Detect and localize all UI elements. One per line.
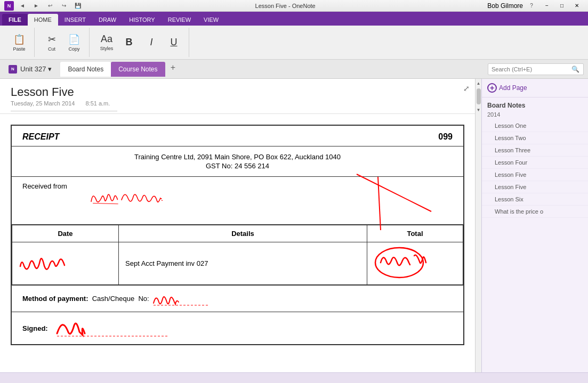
receipt-table: Date Details Total xyxy=(12,225,463,285)
search-box: 🔍 xyxy=(488,63,584,75)
receipt-footer: Method of payment: Cash/Cheque No: xyxy=(12,285,463,344)
paste-button[interactable]: 📋Paste xyxy=(9,32,30,53)
svg-point-2 xyxy=(375,248,423,278)
paste-icon: 📋 xyxy=(13,34,25,45)
back-button[interactable]: ◄ xyxy=(17,2,28,10)
cut-icon: ✂ xyxy=(48,34,56,45)
sidebar-item-lesson-one[interactable]: Lesson One xyxy=(482,120,588,132)
page-date-text: Tuesday, 25 March 2014 xyxy=(11,100,75,107)
tab-home[interactable]: HOME xyxy=(28,14,58,26)
col-details: Details xyxy=(119,225,367,242)
minimize-button[interactable]: − xyxy=(540,2,554,10)
handwriting-total xyxy=(367,242,453,280)
page-time-text: 8:51 a.m. xyxy=(85,100,110,107)
copy-button[interactable]: 📄Copy xyxy=(63,32,85,53)
undo-button[interactable]: ↩ xyxy=(45,2,55,10)
date-line xyxy=(11,111,117,111)
col-date: Date xyxy=(12,225,119,242)
receipt-header: RECEIPT 099 xyxy=(12,126,463,146)
no-label: No: xyxy=(138,295,149,303)
sidebar-item-lesson-four[interactable]: Lesson Four xyxy=(482,157,588,169)
payment-value: Cash/Cheque xyxy=(92,295,135,303)
tab-draw[interactable]: DRAW xyxy=(92,14,123,26)
maximize-button[interactable]: □ xyxy=(555,2,569,10)
scroll-thumb[interactable] xyxy=(477,88,481,104)
sidebar-item-lesson-two[interactable]: Lesson Two xyxy=(482,132,588,144)
notebook-selector[interactable]: N Unit 327 ▾ xyxy=(4,63,56,76)
copy-label: Copy xyxy=(68,46,79,52)
details-text: Sept Acct Payment inv 027 xyxy=(125,259,208,267)
title-bar-left: N ◄ ► ↩ ↪ 💾 xyxy=(4,1,83,11)
company-gst: GST No: 24 556 214 xyxy=(17,162,458,170)
bold-button[interactable]: B xyxy=(118,32,140,53)
handwriting-name xyxy=(81,177,284,219)
tab-file[interactable]: FILE xyxy=(2,14,28,26)
status-bar xyxy=(0,372,588,383)
section-tab-course-notes[interactable]: Course Notes xyxy=(111,62,165,77)
sidebar-item-lesson-five-1[interactable]: Lesson Five xyxy=(482,169,588,181)
notebook-header: N Unit 327 ▾ Board Notes Course Notes + … xyxy=(0,60,588,79)
cell-details: Sept Acct Payment inv 027 xyxy=(119,242,367,285)
page-title: Lesson Five xyxy=(11,85,464,99)
receipt-row: Sept Acct Payment inv 027 xyxy=(12,242,463,285)
copy-icon: 📄 xyxy=(68,34,80,45)
tab-history[interactable]: HISTORY xyxy=(123,14,162,26)
scroll-down-button[interactable]: ▼ xyxy=(476,105,482,114)
forward-button[interactable]: ► xyxy=(31,2,42,10)
ribbon-group-clipboard: 📋Paste xyxy=(4,28,35,57)
help-button[interactable]: ? xyxy=(526,2,537,10)
close-button[interactable]: ✕ xyxy=(570,2,584,10)
cell-date xyxy=(12,242,119,285)
cut-label: Cut xyxy=(48,46,55,52)
add-page-icon: + xyxy=(487,83,497,93)
user-name: Bob Gilmore xyxy=(487,2,523,10)
styles-button[interactable]: AaStyles xyxy=(96,32,117,53)
receipt-number: 099 xyxy=(438,132,453,142)
expand-button[interactable]: ⤢ xyxy=(463,84,470,93)
section-tab-board-notes[interactable]: Board Notes xyxy=(60,62,111,77)
ribbon-bar: 📋Paste ✂Cut 📄Copy AaStyles B I U xyxy=(0,26,588,60)
signed-label: Signed: xyxy=(22,324,48,332)
receipt-company: Training Centre Ltd, 2091 Main Shore, PO… xyxy=(12,146,463,177)
italic-button[interactable]: I xyxy=(141,32,162,53)
add-section-button[interactable]: + xyxy=(167,62,179,74)
main-layout: ⤢ Lesson Five Tuesday, 25 March 2014 8:5… xyxy=(0,79,588,383)
title-bar-right: Bob Gilmore ? − □ ✕ xyxy=(487,2,584,10)
redo-button[interactable]: ↪ xyxy=(59,2,69,10)
receipt: RECEIPT 099 Training Centre Ltd, 2091 Ma… xyxy=(11,125,464,345)
company-address: Training Centre Ltd, 2091 Main Shore, PO… xyxy=(17,153,458,161)
ribbon-group-styles: AaStyles B I U xyxy=(92,28,189,57)
scroll-up-button[interactable]: ▲ xyxy=(476,79,482,87)
sidebar-item-lesson-five-2[interactable]: Lesson Five xyxy=(482,181,588,193)
styles-label: Styles xyxy=(100,46,114,51)
cut-button[interactable]: ✂Cut xyxy=(41,32,62,53)
onenote-logo: N xyxy=(4,1,14,11)
underline-button[interactable]: U xyxy=(163,32,184,53)
app-title: Lesson Five - OneNote xyxy=(255,3,316,9)
tab-view[interactable]: VIEW xyxy=(197,14,225,26)
add-page-button[interactable]: + Add Page xyxy=(482,79,588,97)
underline-icon: U xyxy=(171,37,178,48)
sidebar-item-lesson-three[interactable]: Lesson Three xyxy=(482,144,588,157)
handwriting-signature xyxy=(52,315,185,341)
cell-total xyxy=(367,242,463,285)
ribbon-group-basic: ✂Cut 📄Copy xyxy=(37,28,90,57)
style-buttons: AaStyles B I U xyxy=(96,32,184,53)
svg-line-0 xyxy=(378,177,381,230)
tab-review[interactable]: REVIEW xyxy=(162,14,197,26)
receipt-from: Received from xyxy=(12,177,463,225)
notebook-dropdown-icon: ▾ xyxy=(48,65,52,73)
paste-label: Paste xyxy=(13,46,25,52)
content-area: ⤢ Lesson Five Tuesday, 25 March 2014 8:5… xyxy=(0,79,475,383)
clipboard-buttons: 📋Paste xyxy=(9,32,30,53)
search-icon[interactable]: 🔍 xyxy=(571,66,579,73)
tab-insert[interactable]: INSERT xyxy=(58,14,92,26)
sidebar-year: 2014 xyxy=(482,110,588,120)
save-button[interactable]: 💾 xyxy=(73,2,83,10)
right-sidebar: + Add Page Board Notes 2014 Lesson One L… xyxy=(481,79,588,383)
sidebar-item-lesson-six[interactable]: Lesson Six xyxy=(482,193,588,206)
scroll-area: ▲ ▼ xyxy=(475,79,481,383)
sidebar-item-price[interactable]: What is the price o xyxy=(482,206,588,218)
payment-row: Method of payment: Cash/Cheque No: xyxy=(12,286,463,312)
search-input[interactable] xyxy=(492,66,571,72)
